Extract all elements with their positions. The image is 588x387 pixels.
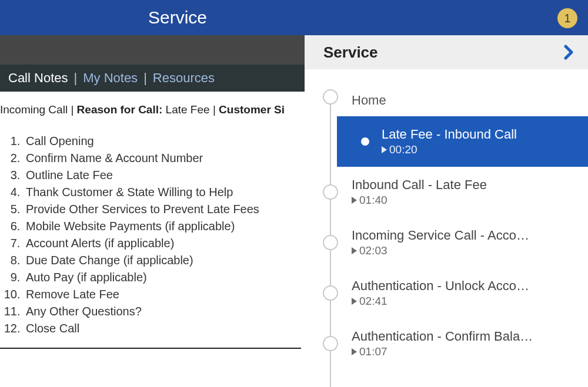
play-icon [352, 247, 357, 254]
timeline-item[interactable]: Incoming Service Call - Acco… 02:03 [305, 217, 588, 268]
call-type-value: Incoming Call [0, 103, 68, 116]
play-icon [352, 348, 357, 355]
breadcrumb-home[interactable]: Home [305, 93, 588, 108]
timeline-item-time: 01:07 [359, 345, 387, 358]
tab-my-notes[interactable]: My Notes [77, 70, 143, 86]
list-item: Remove Late Fee [24, 286, 305, 303]
notes-pane: Incoming Call | Reason for Call: Late Fe… [0, 92, 305, 349]
header-title: Service [148, 8, 207, 28]
tab-resources[interactable]: Resources [147, 70, 220, 86]
list-item: Close Call [24, 320, 305, 337]
timeline-item-title: Late Fee - Inbound Call [382, 127, 588, 142]
list-item: Call Opening [24, 133, 305, 150]
call-meta: Incoming Call | Reason for Call: Late Fe… [0, 92, 305, 124]
reason-value: Late Fee [166, 103, 210, 116]
timeline-node-icon [323, 336, 338, 351]
timeline-item[interactable]: Inbound Call - Late Fee 01:40 [305, 167, 588, 217]
timeline-item-title: Authentication - Unlock Acco… [352, 278, 588, 294]
timeline-node-icon [323, 184, 338, 200]
list-item: Provide Other Services to Prevent Late F… [24, 201, 305, 218]
divider [0, 348, 301, 349]
list-item: Due Date Change (if applicable) [24, 252, 305, 269]
timeline-item-title: Incoming Service Call - Acco… [352, 228, 588, 243]
customer-label: Customer Si [219, 103, 285, 116]
panel-title: Service [323, 43, 378, 62]
timeline-item-time: 02:41 [359, 295, 387, 308]
play-icon [352, 197, 357, 204]
timeline-item-title: Inbound Call - Late Fee [352, 177, 588, 193]
timeline-node-icon [358, 134, 373, 149]
list-item: Account Alerts (if applicable) [24, 235, 305, 252]
timeline-node-home [323, 89, 338, 105]
timeline: Late Fee - Inbound Call 00:20 Inbound Ca… [305, 116, 588, 369]
timeline-item[interactable]: Authentication - Confirm Bala… 01:07 [305, 318, 588, 369]
timeline-node-icon [323, 235, 338, 250]
timeline-item[interactable]: Authentication - Unlock Acco… 02:41 [305, 268, 588, 318]
list-item: Auto Pay (if applicable) [24, 269, 305, 286]
timeline-item-time: 02:03 [359, 244, 387, 257]
list-item: Thank Customer & State Willing to Help [24, 184, 305, 201]
timeline-item-time: 01:40 [359, 194, 387, 207]
timeline-item-title: Authentication - Confirm Bala… [352, 329, 588, 344]
timeline-node-icon [323, 285, 338, 301]
list-item: Any Other Questions? [24, 303, 305, 320]
list-item: Mobile Website Payments (if applicable) [24, 218, 305, 235]
play-icon [382, 146, 387, 153]
app-header: Service 1 [0, 0, 588, 35]
notification-badge[interactable]: 1 [557, 8, 577, 28]
service-panel: Home Late Fee - Inbound Call 00:20 Inbou… [305, 69, 588, 387]
service-panel-header: Service [305, 35, 588, 69]
tab-call-notes[interactable]: Call Notes [2, 70, 74, 86]
notes-list: Call Opening Confirm Name & Account Numb… [0, 124, 305, 337]
play-icon [352, 298, 357, 305]
timeline-item-time: 00:20 [389, 143, 417, 156]
reason-label: Reason for Call: [77, 103, 163, 116]
list-item: Confirm Name & Account Number [24, 150, 305, 167]
list-item: Outline Late Fee [24, 167, 305, 184]
chevron-right-icon[interactable] [563, 45, 575, 60]
timeline-item-active[interactable]: Late Fee - Inbound Call 00:20 [337, 116, 588, 167]
